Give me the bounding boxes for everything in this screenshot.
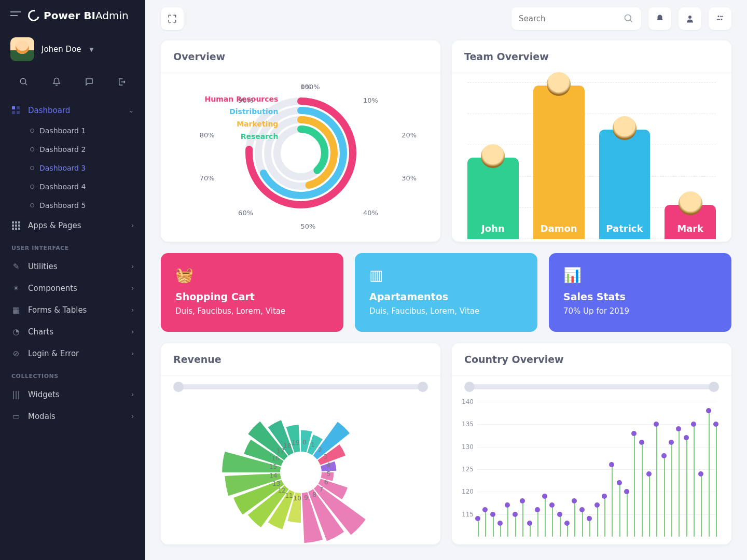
sidebar-subitem-dashboard-4[interactable]: Dashboard 4 — [30, 177, 145, 196]
sidebar-subitem-dashboard-1[interactable]: Dashboard 1 — [30, 121, 145, 140]
tick-label: 50% — [301, 222, 316, 230]
search-icon[interactable] — [19, 77, 29, 87]
sidebar-subitem-dashboard-2[interactable]: Dashboard 2 — [30, 140, 145, 159]
svg-rect-17 — [720, 16, 723, 17]
y-tick: 120 — [462, 488, 474, 495]
svg-rect-19 — [717, 19, 720, 20]
y-tick: 135 — [462, 421, 474, 428]
avatar-icon — [679, 191, 702, 215]
search-input[interactable] — [519, 14, 624, 23]
svg-text:18: 18 — [283, 442, 291, 449]
sidebar-item-dashboard[interactable]: Dashboard ⌄ — [0, 100, 145, 121]
sidebar-item-components[interactable]: ✴Components› — [0, 277, 145, 299]
overview-chart: Human ResourcesDistributionMarketingRese… — [161, 73, 440, 239]
tile-shopping-cart[interactable]: 🧺Shopping CartDuis, Faucibus, Lorem, Vit… — [161, 253, 343, 332]
svg-point-15 — [688, 16, 691, 19]
tile-sales-stats[interactable]: 📊Sales Stats70% Up for 2019 — [549, 253, 731, 332]
team-bar-damon: Damon — [533, 86, 585, 239]
svg-point-14 — [625, 15, 631, 21]
nav-icon: ||| — [11, 390, 21, 399]
sidebar-subitem-dashboard-3[interactable]: Dashboard 3 — [30, 159, 145, 177]
y-tick: 125 — [462, 466, 474, 473]
tick-label: 20% — [402, 131, 417, 139]
legend-item: Marketing — [237, 120, 278, 128]
tile-title: Sales Stats — [563, 291, 717, 302]
card-title: Team Overview — [452, 40, 731, 73]
chevron-right-icon: › — [131, 350, 134, 357]
section-label-ui: USER INTERFACE — [0, 236, 145, 256]
y-tick: 130 — [462, 443, 474, 451]
sidebar-item-widgets[interactable]: |||Widgets› — [0, 384, 145, 405]
svg-rect-5 — [12, 221, 14, 223]
tick-label: 100% — [301, 83, 320, 91]
svg-rect-6 — [15, 221, 17, 223]
brand-name: Power BI — [44, 9, 95, 22]
avatar-icon — [547, 72, 571, 96]
nav-icon: ◔ — [11, 327, 21, 337]
avatar-icon — [613, 116, 637, 140]
team-bar-mark: Mark — [665, 205, 716, 239]
svg-rect-11 — [12, 228, 14, 230]
svg-rect-2 — [17, 106, 20, 109]
logo-icon — [26, 8, 42, 23]
team-bar-patrick: Patrick — [599, 130, 651, 239]
tick-label: 90% — [238, 96, 253, 104]
y-tick: 140 — [462, 398, 474, 405]
svg-text:15: 15 — [269, 463, 276, 470]
svg-rect-10 — [18, 225, 20, 227]
logout-icon[interactable] — [117, 77, 127, 87]
profile-button[interactable] — [679, 7, 701, 30]
tile-apartamentos[interactable]: ▥ApartamentosDuis, Faucibus, Lorem, Vita… — [355, 253, 537, 332]
card-revenue: Revenue 012345678910111213141516171819 — [161, 343, 440, 544]
nav-icon: ▭ — [11, 412, 21, 421]
svg-rect-9 — [15, 225, 17, 227]
sidebar-item-label: Utilities — [28, 262, 57, 271]
chat-icon[interactable] — [84, 77, 94, 87]
sidebar-item-label: Charts — [28, 327, 53, 337]
dashboard-submenu: Dashboard 1Dashboard 2Dashboard 3Dashboa… — [0, 121, 145, 215]
notifications-button[interactable] — [648, 7, 671, 30]
sidebar-item-modals[interactable]: ▭Modals› — [0, 405, 145, 427]
chevron-right-icon: › — [131, 263, 134, 270]
svg-rect-7 — [18, 221, 20, 223]
chevron-right-icon: › — [131, 413, 134, 420]
brand-suffix: Admin — [95, 9, 129, 22]
search-icon[interactable] — [624, 13, 634, 24]
tick-label: 40% — [363, 209, 378, 217]
apps-icon — [11, 221, 21, 230]
svg-text:14: 14 — [269, 472, 277, 479]
legend-item: Research — [241, 132, 279, 141]
brand-logo[interactable]: Power BIAdmin — [28, 9, 129, 22]
menu-icon[interactable] — [10, 11, 23, 20]
sidebar-item-label: Dashboard — [28, 106, 70, 115]
tick-label: 80% — [200, 131, 215, 139]
range-slider[interactable] — [467, 384, 716, 389]
settings-button[interactable] — [709, 7, 731, 30]
svg-point-16 — [718, 16, 720, 17]
chevron-right-icon: › — [131, 222, 134, 229]
svg-text:0: 0 — [302, 439, 306, 446]
avatar — [10, 37, 34, 61]
svg-point-18 — [721, 19, 723, 20]
sidebar-item-utilities[interactable]: ✎Utilities› — [0, 256, 145, 277]
svg-point-0 — [20, 78, 26, 84]
sidebar-item-label: Components — [28, 284, 77, 293]
sidebar-item-forms-tables[interactable]: ▦Forms & Tables› — [0, 299, 145, 321]
user-row[interactable]: Johen Doe ▼ — [0, 31, 145, 67]
sidebar-item-charts[interactable]: ◔Charts› — [0, 321, 145, 343]
bell-icon[interactable] — [51, 77, 62, 87]
card-team: Team Overview JohnDamonPatrickMark — [452, 40, 731, 242]
fullscreen-button[interactable] — [161, 7, 184, 30]
avatar-icon — [481, 144, 505, 168]
y-tick: 115 — [462, 511, 474, 518]
svg-text:9: 9 — [304, 494, 308, 501]
tile-subtitle: Duis, Faucibus, Lorem, Vitae — [369, 306, 523, 316]
nav-icon: ✴ — [11, 284, 21, 293]
sidebar-item-apps[interactable]: Apps & Pages › — [0, 215, 145, 236]
tick-label: 10% — [363, 96, 378, 104]
tile-icon: 🧺 — [175, 267, 193, 284]
sidebar-subitem-dashboard-5[interactable]: Dashboard 5 — [30, 196, 145, 215]
tick-label: 30% — [402, 174, 417, 182]
sidebar-item-login-error[interactable]: ⊘Login & Error› — [0, 343, 145, 365]
user-name: Johen Doe — [42, 45, 81, 54]
